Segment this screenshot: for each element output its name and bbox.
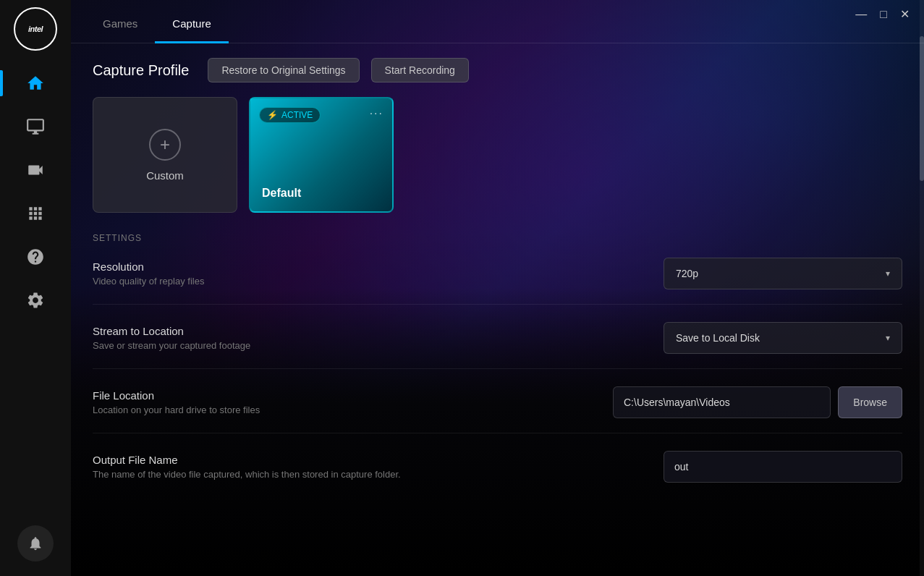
file-location-desc: Location on your hard drive to store fil… bbox=[93, 405, 584, 415]
sidebar-item-video[interactable] bbox=[14, 152, 57, 188]
sidebar-bottom bbox=[17, 525, 54, 562]
lightning-icon: ⚡ bbox=[267, 110, 278, 120]
maximize-button[interactable]: □ bbox=[880, 9, 887, 20]
page-title: Capture Profile bbox=[93, 62, 189, 79]
window-controls: — □ ✕ bbox=[855, 9, 910, 20]
help-icon bbox=[26, 247, 45, 266]
browse-button[interactable]: Browse bbox=[838, 386, 902, 418]
restore-button[interactable]: Restore to Original Settings bbox=[208, 58, 359, 82]
sidebar-nav bbox=[14, 65, 57, 525]
chevron-down-icon-2: ▾ bbox=[886, 333, 890, 343]
resolution-desc: Video quality of replay files bbox=[93, 276, 635, 287]
settings-section-label: SETTINGS bbox=[93, 233, 902, 243]
minimize-button[interactable]: — bbox=[855, 9, 867, 20]
sidebar-item-display[interactable] bbox=[14, 109, 57, 145]
top-nav: Games Capture bbox=[71, 6, 924, 43]
active-label: ACTIVE bbox=[281, 110, 313, 120]
page-body: Capture Profile Restore to Original Sett… bbox=[71, 43, 924, 576]
output-filename-label: Output File Name bbox=[93, 454, 635, 466]
output-filename-desc: The name of the video file captured, whi… bbox=[93, 469, 635, 480]
card-menu-button[interactable]: ··· bbox=[370, 107, 383, 120]
output-filename-control bbox=[664, 451, 902, 483]
resolution-label: Resolution bbox=[93, 261, 635, 273]
card-custom[interactable]: + Custom bbox=[93, 97, 237, 213]
resolution-info: Resolution Video quality of replay files bbox=[93, 261, 635, 287]
main-content: — □ ✕ Games Capture Capture Profile Rest… bbox=[71, 0, 924, 576]
home-icon bbox=[26, 74, 45, 93]
content-area: Games Capture Capture Profile Restore to… bbox=[71, 0, 924, 576]
card-default-label: Default bbox=[262, 187, 301, 200]
intel-logo: intel bbox=[14, 7, 57, 51]
tab-capture[interactable]: Capture bbox=[155, 6, 228, 43]
output-filename-setting-row: Output File Name The name of the video f… bbox=[93, 451, 902, 497]
profile-cards: + Custom ⚡ ACTIVE ··· Default bbox=[93, 97, 902, 213]
resolution-dropdown[interactable]: 720p ▾ bbox=[664, 258, 902, 289]
stream-location-label: Stream to Location bbox=[93, 325, 635, 337]
add-profile-icon: + bbox=[149, 129, 181, 161]
file-location-label: File Location bbox=[93, 389, 584, 402]
active-badge: ⚡ ACTIVE bbox=[259, 107, 321, 123]
resolution-value: 720p bbox=[676, 268, 698, 279]
card-custom-label: Custom bbox=[146, 169, 184, 182]
sidebar-item-apps[interactable] bbox=[14, 195, 57, 232]
output-filename-input[interactable] bbox=[664, 451, 902, 483]
output-filename-info: Output File Name The name of the video f… bbox=[93, 454, 635, 480]
file-location-input[interactable] bbox=[613, 386, 831, 418]
file-location-input-group: Browse bbox=[613, 386, 902, 418]
stream-location-dropdown[interactable]: Save to Local Disk ▾ bbox=[664, 322, 902, 354]
sidebar-item-settings[interactable] bbox=[14, 282, 57, 318]
resolution-setting-row: Resolution Video quality of replay files… bbox=[93, 258, 902, 305]
video-icon bbox=[26, 161, 45, 179]
start-recording-button[interactable]: Start Recording bbox=[371, 58, 469, 82]
apps-icon bbox=[26, 204, 45, 223]
stream-location-desc: Save or stream your captured footage bbox=[93, 340, 635, 351]
file-location-info: File Location Location on your hard driv… bbox=[93, 389, 584, 415]
sidebar-item-help[interactable] bbox=[14, 239, 57, 275]
resolution-control: 720p ▾ bbox=[664, 258, 902, 289]
card-default[interactable]: ⚡ ACTIVE ··· Default bbox=[249, 97, 394, 213]
file-location-setting-row: File Location Location on your hard driv… bbox=[93, 386, 902, 433]
capture-profile-header: Capture Profile Restore to Original Sett… bbox=[93, 58, 902, 82]
stream-location-info: Stream to Location Save or stream your c… bbox=[93, 325, 635, 351]
chevron-down-icon: ▾ bbox=[886, 268, 890, 279]
stream-location-control: Save to Local Disk ▾ bbox=[664, 322, 902, 354]
close-button[interactable]: ✕ bbox=[900, 9, 910, 20]
notification-bell-button[interactable] bbox=[17, 525, 54, 562]
sidebar-item-home[interactable] bbox=[14, 65, 57, 101]
tab-games[interactable]: Games bbox=[85, 6, 155, 43]
display-icon bbox=[26, 117, 45, 136]
gear-icon bbox=[26, 291, 45, 310]
file-location-control: Browse bbox=[613, 386, 902, 418]
stream-location-value: Save to Local Disk bbox=[676, 332, 760, 344]
stream-location-setting-row: Stream to Location Save or stream your c… bbox=[93, 322, 902, 369]
bell-icon bbox=[27, 535, 43, 551]
sidebar: intel bbox=[0, 0, 71, 576]
